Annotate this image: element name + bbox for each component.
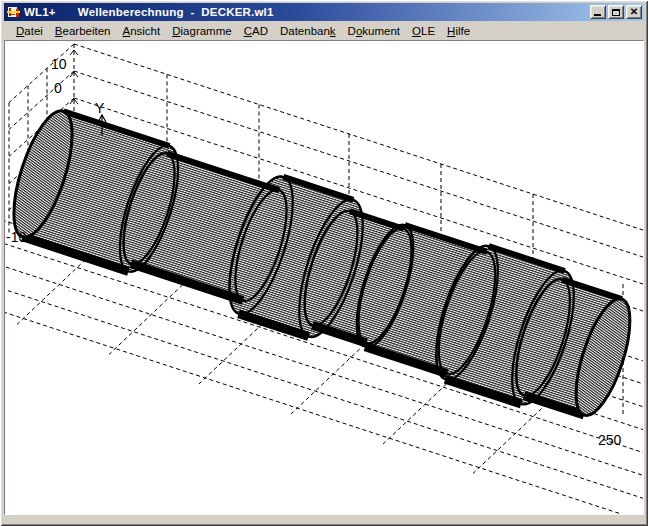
close-button[interactable]: ✕ <box>626 5 642 19</box>
maximize-icon <box>612 9 620 16</box>
axis-label-y: Y <box>95 100 105 116</box>
document-title: Wellenberechnung - DECKER.wl1 <box>78 6 274 18</box>
shaft-3d-view[interactable]: 100-10250Y <box>5 41 643 515</box>
maximize-button[interactable] <box>608 5 624 19</box>
app-window: WL1+Wellenberechnung - DECKER.wl1 ✕ Date… <box>0 0 648 526</box>
app-name: WL1+ <box>24 6 56 18</box>
minimize-button[interactable] <box>590 5 606 19</box>
tick-label-0: 0 <box>54 80 62 96</box>
close-icon: ✕ <box>630 7 638 17</box>
menu-item-diagramme[interactable]: Diagramme <box>166 23 237 39</box>
menu-bar: DateiBearbeitenAnsichtDiagrammeCADDatenb… <box>4 21 644 40</box>
menu-item-datenbank[interactable]: Datenbank <box>274 23 342 39</box>
app-icon[interactable] <box>7 5 21 19</box>
menu-item-cad[interactable]: CAD <box>238 23 274 39</box>
menu-item-bearbeiten[interactable]: Bearbeiten <box>49 23 117 39</box>
menu-item-ansicht[interactable]: Ansicht <box>117 23 167 39</box>
tick-label-10: 10 <box>51 56 67 72</box>
minimize-icon <box>594 14 601 16</box>
drawing-viewport[interactable]: 100-10250Y <box>4 40 644 515</box>
menu-item-hilfe[interactable]: Hilfe <box>441 23 476 39</box>
window-title: WL1+Wellenberechnung - DECKER.wl1 <box>24 6 590 18</box>
menu-item-datei[interactable]: Datei <box>10 23 49 39</box>
title-bar[interactable]: WL1+Wellenberechnung - DECKER.wl1 ✕ <box>4 3 644 21</box>
tick-label-neg10: -10 <box>6 229 26 245</box>
menu-item-dokument[interactable]: Dokument <box>342 23 406 39</box>
window-controls: ✕ <box>590 5 642 19</box>
tick-label-250: 250 <box>598 432 622 448</box>
menu-item-ole[interactable]: OLE <box>406 23 441 39</box>
